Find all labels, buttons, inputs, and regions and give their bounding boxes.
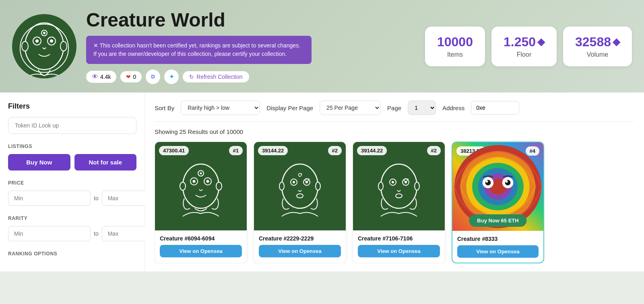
likes-pill[interactable]: ❤ 0 [120,71,142,82]
per-page-select[interactable]: 25 Per Page 50 Per Page 100 Per Page [320,101,381,115]
page-title: Creature World [86,9,415,31]
creature-svg-3 [369,154,429,218]
svg-point-26 [316,182,320,190]
eth-diamond-2-icon: ◆ [613,36,620,47]
svg-point-27 [381,164,417,208]
rarity-min-input[interactable] [8,226,91,241]
eth-diamond-icon: ◆ [537,36,545,47]
ranking-options-label: RANKING OPTIONS [8,251,136,257]
svg-point-4 [35,39,39,43]
card-name-2: Creature #2229-2229 [259,235,341,242]
likes-count: 0 [133,74,136,80]
not-for-sale-button[interactable]: Not for sale [74,154,137,170]
svg-point-47 [506,180,508,183]
volume-number: 32588 ◆ [575,35,620,49]
svg-point-25 [279,182,284,190]
view-opensea-btn-4[interactable]: View on Opensea [457,245,539,258]
sort-by-select[interactable]: Rarity high > low Rarity low > high Toke… [181,101,260,115]
svg-point-19 [282,164,318,208]
filter-bar: Sort By Rarity high > low Rarity low > h… [155,101,634,122]
floor-number: 1.250 ◆ [504,35,545,49]
view-opensea-btn-2[interactable]: View on Opensea [259,245,341,257]
card-body-4: Creature #8333 View on Opensea [452,231,543,263]
card-image-1: 47300.41 #1 [155,142,247,230]
rarity-range: to [8,226,136,241]
eye-icon: 👁 [92,73,98,80]
rank-badge-2: #2 [328,146,342,155]
stat-volume: 32588 ◆ Volume [563,27,632,66]
listings-label: LISTINGS [8,144,136,149]
token-lookup-input[interactable] [8,117,136,134]
results-info: Showing 25 Results out of 10000 [155,128,634,135]
items-label: Items [437,51,473,58]
main-layout: Filters LISTINGS Buy Now Not for sale PR… [0,92,644,271]
creature-svg-2 [270,154,330,218]
svg-point-5 [50,39,53,43]
svg-point-46 [486,180,488,183]
svg-point-8 [22,41,28,51]
page-select[interactable]: 1 2 3 [408,101,436,115]
refresh-icon: ↻ [189,74,194,80]
nft-card-4: 38213.30 #4 [452,142,544,263]
nft-cards-grid: 47300.41 #1 [155,142,634,263]
refresh-button[interactable]: ↻ Refresh Collection [183,71,249,82]
card-body-3: Creature #7106-7106 View on Opensea [353,230,445,262]
price-label: PRICE [8,180,136,186]
card-image-4: 38213.30 #4 [452,142,543,231]
svg-point-9 [60,41,67,51]
stats-area: 10000 Items 1.250 ◆ Floor 32588 ◆ Volume [425,27,632,66]
card-image-3: 39144.22 #2 [353,142,445,230]
discord-button[interactable]: D [146,70,160,84]
heart-icon: ❤ [126,74,131,80]
buy-now-filter-button[interactable]: Buy Now [8,154,70,170]
header-content: Creature World ✕ This collection hasn't … [86,9,415,84]
card-body-1: Creature #6094-6094 View on Opensea [155,230,247,262]
stat-floor: 1.250 ◆ Floor [491,27,557,66]
score-badge-1: 47300.41 [159,146,189,155]
cert-notice: ✕ This collection hasn't been certified … [86,36,312,64]
creature-svg-1 [171,154,231,218]
floor-label: Floor [504,51,545,58]
view-opensea-btn-3[interactable]: View on Opensea [358,245,440,257]
twitter-button[interactable]: ✦ [164,70,179,84]
nft-card-3: 39144.22 #2 [353,142,445,263]
twitter-icon: ✦ [169,73,174,80]
sidebar: Filters LISTINGS Buy Now Not for sale PR… [0,92,145,271]
buy-now-overlay[interactable]: Buy Now 65 ETH [469,214,526,227]
nft-card-1: 47300.41 #1 [155,142,247,263]
page-label: Page [387,105,401,111]
svg-point-17 [180,182,186,190]
svg-point-32 [396,194,402,198]
svg-point-33 [378,182,383,190]
svg-point-24 [297,194,303,198]
card-body-2: Creature #2229-2229 View on Opensea [254,230,346,262]
price-min-input[interactable] [8,191,91,206]
svg-point-18 [216,182,222,190]
volume-label: Volume [575,51,620,58]
card-name-4: Creature #8333 [457,236,539,242]
rarity-to: to [94,230,99,237]
svg-point-30 [392,181,394,183]
svg-point-13 [193,180,196,183]
svg-point-7 [43,32,45,34]
address-input[interactable] [471,101,519,115]
view-opensea-btn-1[interactable]: View on Opensea [160,245,242,257]
card-image-2: 39144.22 #2 [254,142,346,230]
svg-point-34 [415,182,419,190]
listings-buttons: Buy Now Not for sale [8,154,136,170]
price-range: to [8,191,136,206]
sidebar-title: Filters [8,102,136,111]
address-label: Address [442,105,464,111]
rank-badge-3: #2 [427,146,441,155]
price-to: to [94,195,99,201]
items-number: 10000 [437,35,473,49]
nft-card-2: 39144.22 #2 [254,142,346,263]
views-pill[interactable]: 👁 4.4k [86,71,116,83]
discord-icon: D [151,74,155,80]
svg-point-16 [200,173,202,175]
display-per-page-label: Display Per Page [266,105,313,111]
content-area: Sort By Rarity high > low Rarity low > h… [145,92,644,271]
svg-point-22 [293,181,295,183]
card-name-1: Creature #6094-6094 [160,235,242,242]
stat-items: 10000 Items [425,27,485,66]
